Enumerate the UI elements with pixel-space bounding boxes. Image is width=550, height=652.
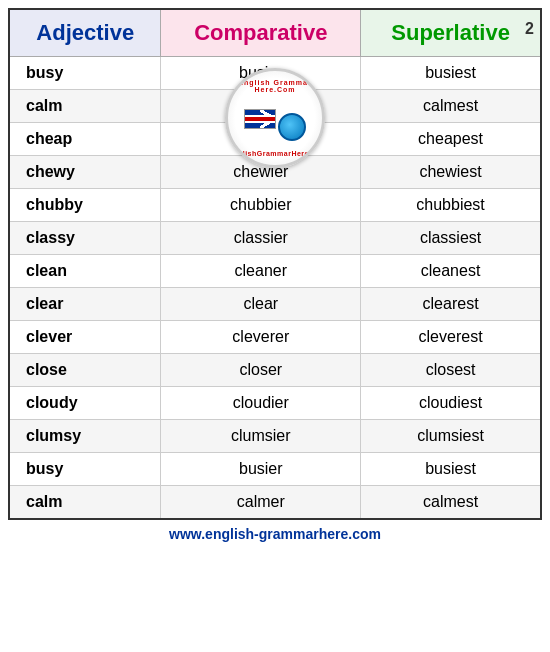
cell-comparative: clumsier bbox=[161, 420, 361, 453]
cell-superlative: cleanest bbox=[361, 255, 541, 288]
cell-adjective: chubby bbox=[9, 189, 161, 222]
cell-comparative: busier bbox=[161, 453, 361, 486]
cell-superlative: closest bbox=[361, 354, 541, 387]
cell-comparative: clear bbox=[161, 288, 361, 321]
cell-comparative: cloudier bbox=[161, 387, 361, 420]
cell-superlative: chewiest bbox=[361, 156, 541, 189]
cell-superlative: clearest bbox=[361, 288, 541, 321]
cell-superlative: cleverest bbox=[361, 321, 541, 354]
table-row: clumsyclumsierclumsiest bbox=[9, 420, 541, 453]
cell-superlative: cheapest bbox=[361, 123, 541, 156]
cell-comparative: chewier bbox=[161, 156, 361, 189]
cell-adjective: calm bbox=[9, 90, 161, 123]
cell-comparative: cheaper bbox=[161, 123, 361, 156]
cell-comparative: cleverer bbox=[161, 321, 361, 354]
cell-comparative: classier bbox=[161, 222, 361, 255]
table-row: classyclassierclassiest bbox=[9, 222, 541, 255]
cell-superlative: classiest bbox=[361, 222, 541, 255]
cell-superlative: chubbiest bbox=[361, 189, 541, 222]
cell-superlative: busiest bbox=[361, 453, 541, 486]
adjective-table: Adjective Comparative Superlative 2 busy… bbox=[8, 8, 542, 520]
table-row: busybusierbusiest bbox=[9, 453, 541, 486]
cell-superlative: calmest bbox=[361, 486, 541, 520]
table-row: cheapcheapercheapest bbox=[9, 123, 541, 156]
cell-adjective: clear bbox=[9, 288, 161, 321]
cell-adjective: chewy bbox=[9, 156, 161, 189]
cell-adjective: clever bbox=[9, 321, 161, 354]
table-row: chubbychubbierchubbiest bbox=[9, 189, 541, 222]
cell-adjective: busy bbox=[9, 57, 161, 90]
cell-superlative: cloudiest bbox=[361, 387, 541, 420]
cell-comparative: closer bbox=[161, 354, 361, 387]
cell-comparative: chubbier bbox=[161, 189, 361, 222]
cell-adjective: clean bbox=[9, 255, 161, 288]
table-row: clearclearclearest bbox=[9, 288, 541, 321]
cell-adjective: calm bbox=[9, 486, 161, 520]
table-row: calmcalmercalmest bbox=[9, 486, 541, 520]
cell-comparative: calmer bbox=[161, 486, 361, 520]
cell-superlative: clumsiest bbox=[361, 420, 541, 453]
cell-superlative: busiest bbox=[361, 57, 541, 90]
cell-comparative: cleaner bbox=[161, 255, 361, 288]
cell-adjective: cheap bbox=[9, 123, 161, 156]
table-row: closecloserclosest bbox=[9, 354, 541, 387]
footer-url: www.english-grammarhere.com bbox=[169, 526, 381, 542]
header-superlative: Superlative 2 bbox=[361, 9, 541, 57]
page-number: 2 bbox=[525, 20, 534, 38]
header-adjective: Adjective bbox=[9, 9, 161, 57]
table-row: chewychewierchewiest bbox=[9, 156, 541, 189]
table-row: calmcalmercalmest bbox=[9, 90, 541, 123]
table-row: busybusierbusiest bbox=[9, 57, 541, 90]
cell-comparative: busier bbox=[161, 57, 361, 90]
cell-adjective: busy bbox=[9, 453, 161, 486]
table-row: cloudycloudiercloudiest bbox=[9, 387, 541, 420]
cell-comparative: calmer bbox=[161, 90, 361, 123]
cell-adjective: clumsy bbox=[9, 420, 161, 453]
header-comparative: Comparative bbox=[161, 9, 361, 57]
cell-adjective: classy bbox=[9, 222, 161, 255]
table-row: cleancleanercleanest bbox=[9, 255, 541, 288]
cell-superlative: calmest bbox=[361, 90, 541, 123]
table-row: clevercleverercleverest bbox=[9, 321, 541, 354]
cell-adjective: close bbox=[9, 354, 161, 387]
cell-adjective: cloudy bbox=[9, 387, 161, 420]
